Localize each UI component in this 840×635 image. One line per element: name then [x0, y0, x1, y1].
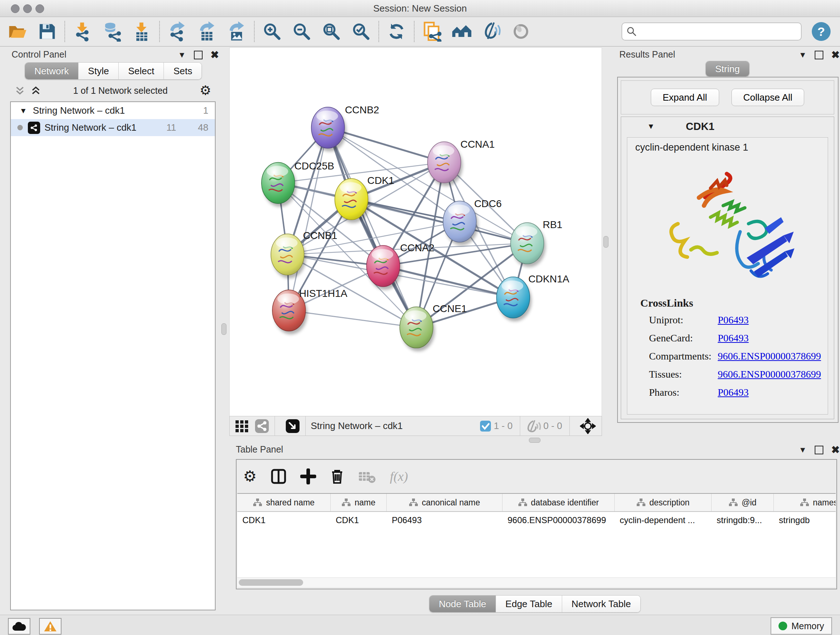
crosslink-link[interactable]: 9606.ENSP00000378699 [718, 369, 821, 380]
status-bar: Memory [0, 615, 840, 635]
tab-network-table[interactable]: Network Table [562, 595, 640, 612]
string-network-graph[interactable]: CCNB2 CCNA1 CDC25B [230, 48, 602, 416]
save-session-icon[interactable] [37, 21, 57, 42]
export-table-icon[interactable] [197, 21, 217, 42]
panel-close-icon[interactable]: ✖ [831, 50, 840, 60]
control-panel-header-icons: ▼ ✖ [178, 50, 219, 60]
expand-all-button[interactable]: Expand All [651, 89, 719, 106]
import-network-icon[interactable] [73, 21, 93, 42]
create-column-icon[interactable] [300, 469, 316, 485]
expand-all-icon[interactable] [30, 85, 41, 96]
gene-section: ▼ CDK1 cyclin-dependent kinase 1 [621, 117, 834, 419]
search-field[interactable] [622, 22, 802, 41]
panel-maximize-icon[interactable] [815, 446, 823, 454]
column-header-canonical-name[interactable]: canonical name [387, 494, 502, 511]
network-collection-row[interactable]: ▼ String Network – cdk1 1 [11, 102, 215, 119]
selected-count: 1 - 0 [494, 420, 513, 432]
cell[interactable]: cyclin-dependent ... [615, 512, 712, 529]
toolbar-groups [0, 21, 538, 42]
open-session-icon[interactable] [7, 21, 27, 42]
network-canvas[interactable]: CCNB2 CCNA1 CDC25B [229, 48, 602, 416]
search-input[interactable] [637, 26, 797, 37]
column-header-namespace[interactable]: namespace [774, 494, 836, 511]
export-network-icon[interactable] [167, 21, 187, 42]
crosslink-row: Tissues:9606.ENSP00000378699 [649, 369, 824, 380]
zoom-in-icon[interactable] [262, 21, 282, 42]
crosslinks-title: CrossLinks [640, 297, 824, 309]
tab-edge-table[interactable]: Edge Table [496, 595, 562, 612]
scrollbar-thumb[interactable] [239, 579, 303, 586]
import-table-icon[interactable] [132, 21, 152, 42]
collapse-all-button[interactable]: Collapse All [731, 89, 805, 106]
warning-icon [44, 621, 57, 632]
import-database-icon[interactable] [102, 21, 122, 42]
tab-select[interactable]: Select [118, 63, 164, 79]
crosslink-link[interactable]: P06493 [718, 386, 749, 398]
fit-content-crosshair-icon[interactable] [580, 418, 596, 434]
network-list: ▼ String Network – cdk1 1 String Network… [10, 101, 216, 610]
tab-style[interactable]: Style [79, 63, 118, 79]
panel-maximize-icon[interactable] [194, 51, 202, 59]
column-header-description[interactable]: description [615, 494, 712, 511]
column-header-database-identifier[interactable]: database identifier [502, 494, 615, 511]
crosslink-link[interactable]: 9606.ENSP00000378699 [718, 350, 821, 362]
cell[interactable]: 9606.ENSP00000378699 [502, 512, 615, 529]
hidden-eye-icon[interactable] [525, 420, 541, 432]
edge-count: 48 [198, 122, 208, 133]
collapse-all-icon[interactable] [14, 85, 25, 96]
control-panel-title: Control Panel [11, 49, 66, 60]
cell[interactable]: CDK1 [331, 512, 387, 529]
panel-close-icon[interactable]: ✖ [210, 50, 219, 60]
zoom-fit-icon[interactable] [321, 21, 341, 42]
home-icon[interactable] [452, 21, 472, 42]
warnings-button[interactable] [39, 618, 62, 635]
node-table[interactable]: shared namenamecanonical namedatabase id… [237, 493, 836, 578]
table-horizontal-scrollbar[interactable] [237, 578, 836, 587]
cell[interactable]: stringdb [774, 512, 836, 529]
table-row[interactable]: CDK1CDK1P064939606.ENSP00000378699cyclin… [237, 512, 836, 529]
tab-node-table[interactable]: Node Table [429, 595, 496, 612]
birdseye-view-icon[interactable] [285, 418, 300, 434]
right-splitter-handle[interactable] [603, 236, 608, 248]
tab-string[interactable]: String [706, 61, 749, 76]
tab-network[interactable]: Network [25, 63, 79, 79]
zoom-out-icon[interactable] [292, 21, 312, 42]
panel-float-icon[interactable]: ▼ [799, 51, 807, 59]
network-thumbnail-icon[interactable] [254, 418, 270, 434]
export-image-icon[interactable] [226, 21, 247, 42]
column-header-name[interactable]: name [331, 494, 387, 511]
left-splitter-handle[interactable] [221, 323, 226, 335]
help-button[interactable]: ? [812, 22, 831, 41]
table-options-gear-icon[interactable]: ⚙ [243, 469, 257, 484]
column-header-@id[interactable]: @id [712, 494, 774, 511]
table-panel-title: Table Panel [236, 444, 283, 455]
network-options-gear-icon[interactable]: ⚙ [200, 84, 211, 97]
delete-column-icon[interactable] [330, 469, 344, 485]
refresh-icon[interactable] [386, 21, 407, 42]
show-columns-icon[interactable] [271, 469, 286, 485]
crosslink-link[interactable]: P06493 [718, 314, 749, 326]
column-header-shared-name[interactable]: shared name [237, 494, 331, 511]
gene-disclosure-icon[interactable]: ▼ [647, 122, 655, 131]
cell[interactable]: P06493 [387, 512, 502, 529]
gene-section-header[interactable]: ▼ CDK1 [621, 117, 834, 136]
cell[interactable]: CDK1 [237, 512, 331, 529]
eye-icon[interactable] [511, 21, 531, 42]
show-grid-icon[interactable] [235, 419, 249, 433]
network-row[interactable]: String Network – cdk1 11 48 [11, 119, 215, 136]
collection-disclosure-icon[interactable]: ▼ [19, 106, 27, 115]
panel-float-icon[interactable]: ▼ [178, 51, 186, 59]
zoom-selected-icon[interactable] [351, 21, 371, 42]
selected-checkbox-icon[interactable] [479, 420, 492, 432]
panel-float-icon[interactable]: ▼ [799, 446, 807, 454]
panel-maximize-icon[interactable] [815, 51, 823, 59]
crosslink-link[interactable]: P06493 [718, 333, 749, 344]
show-hide-glasses-icon[interactable] [481, 21, 501, 42]
cloud-button[interactable] [8, 618, 30, 635]
cell[interactable]: stringdb:9... [712, 512, 774, 529]
horizontal-splitter-handle[interactable] [529, 438, 540, 443]
duplicate-network-icon[interactable] [422, 21, 442, 42]
panel-close-icon[interactable]: ✖ [831, 445, 840, 455]
tab-sets[interactable]: Sets [164, 63, 202, 79]
memory-button[interactable]: Memory [771, 617, 832, 635]
